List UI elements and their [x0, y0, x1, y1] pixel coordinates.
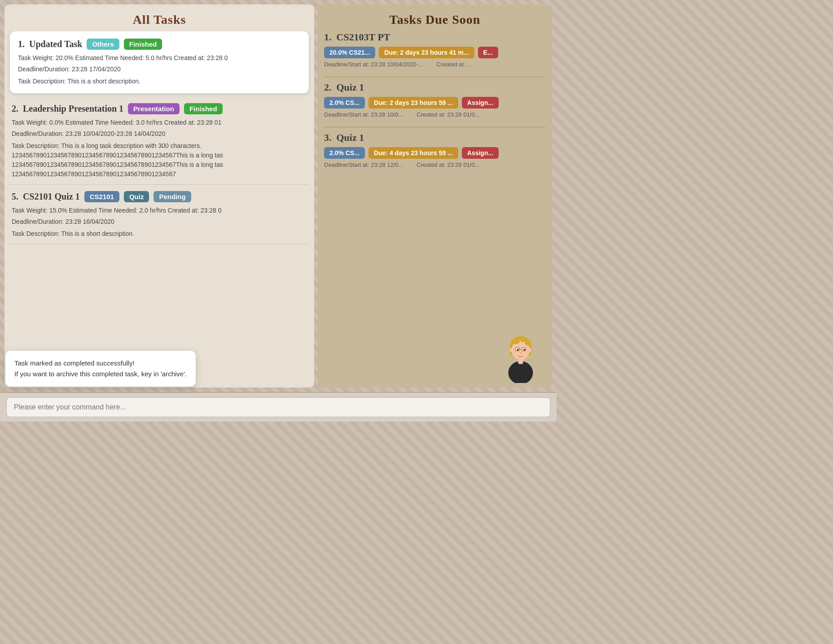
task-meta-3b: Deadline/Duration: 23:28 16/04/2020	[12, 217, 307, 226]
task-meta-2a: Task Weight: 0.0% Estimated Time Needed:…	[12, 118, 307, 127]
task-card-3[interactable]: 5. CS2101 Quiz 1 CS2101 Quiz Pending Tas…	[10, 187, 309, 244]
due-footer-right-1: Created at: ...	[436, 61, 472, 68]
task-desc-2: Task Description: This is a long task de…	[12, 141, 307, 179]
due-task-footer-2: Deadline/Start at: 23:28 10/0... Created…	[324, 111, 546, 118]
tag-cs2101: CS2101	[84, 191, 119, 202]
due-footer-right-2: Created at: 23:28 01/0...	[416, 111, 479, 118]
task-header-2: 2. Leadership Presentation 1 Presentatio…	[12, 103, 307, 114]
tag-presentation: Presentation	[128, 103, 180, 114]
due-footer-left-1: Deadline/Start at: 23:28 10/04/2020-...	[324, 61, 423, 68]
due-task-2[interactable]: 2. Quiz 1 2.0% CS... Due: 2 days 23 hour…	[324, 82, 546, 118]
tag-finished-2: Finished	[184, 103, 223, 114]
task-number-3: 5. CS2101 Quiz 1	[12, 191, 80, 202]
due-footer-left-3: Deadline/Start at: 23:28 12/0...	[324, 161, 403, 168]
task-meta-1b: Deadline/Duration: 23:28 17/04/2020	[18, 65, 301, 74]
due-footer-right-3: Created at: 23:28 01/0...	[416, 161, 479, 168]
bottom-bar	[0, 392, 557, 422]
avatar-container	[494, 329, 548, 383]
svg-point-16	[512, 338, 520, 344]
all-tasks-title: All Tasks	[4, 4, 314, 31]
svg-point-12	[509, 361, 533, 383]
due-tag-due-2: Due: 2 days 23 hours 59 ...	[368, 97, 458, 109]
due-footer-left-2: Deadline/Start at: 23:28 10/0...	[324, 111, 403, 118]
toast-line2: If you want to archive this completed ta…	[14, 369, 187, 379]
tag-finished-1: Finished	[124, 39, 162, 50]
left-panel: All Tasks 1. Updated Task Others Finishe…	[4, 4, 314, 387]
due-task-tags-3: 2.0% CS... Due: 4 days 23 hours 59 ... A…	[324, 147, 546, 159]
task-card-1[interactable]: 1. Updated Task Others Finished Task Wei…	[10, 31, 309, 93]
due-task-title-1: 1. CS2103T PT	[324, 31, 546, 43]
svg-point-6	[517, 348, 519, 351]
due-tag-cs-2: 2.0% CS...	[324, 97, 365, 109]
toast-line1: Task marked as completed successfully!	[14, 358, 187, 369]
tag-others: Others	[87, 39, 119, 50]
due-task-footer-1: Deadline/Start at: 23:28 10/04/2020-... …	[324, 61, 546, 68]
due-task-1[interactable]: 1. CS2103T PT 20.0% CS21... Due: 2 days …	[324, 31, 546, 68]
task-desc-1: Task Description: This is a short descri…	[18, 77, 301, 86]
svg-point-15	[528, 348, 531, 352]
due-tag-assign-2: Assign...	[462, 97, 499, 109]
svg-point-11	[520, 352, 522, 354]
avatar-area	[318, 329, 552, 383]
tag-pending: Pending	[153, 191, 191, 202]
due-task-tags-2: 2.0% CS... Due: 2 days 23 hours 59 ... A…	[324, 97, 546, 109]
due-tasks-list: 1. CS2103T PT 20.0% CS21... Due: 2 days …	[318, 31, 552, 329]
due-tag-cs-1: 20.0% CS21...	[324, 47, 375, 58]
due-task-title-3: 3. Quiz 1	[324, 132, 546, 144]
task-meta-2b: Deadline/Duration: 23:28 10/04/2020-23:2…	[12, 129, 307, 139]
svg-rect-13	[518, 358, 523, 364]
toast-notification: Task marked as completed successfully! I…	[5, 351, 196, 387]
task-card-2[interactable]: 2. Leadership Presentation 1 Presentatio…	[10, 100, 309, 185]
due-task-footer-3: Deadline/Start at: 23:28 12/0... Created…	[324, 161, 546, 168]
due-divider-2	[324, 127, 546, 127]
task-number-2: 2. Leadership Presentation 1	[12, 104, 123, 114]
task-meta-3a: Task Weight: 15.0% Estimated Time Needed…	[12, 206, 307, 215]
avatar-icon	[498, 334, 543, 383]
tasks-list: 1. Updated Task Others Finished Task Wei…	[4, 31, 314, 387]
svg-point-14	[510, 348, 513, 352]
due-task-3[interactable]: 3. Quiz 1 2.0% CS... Due: 4 days 23 hour…	[324, 132, 546, 168]
command-input[interactable]	[6, 397, 550, 417]
due-tag-assign-3: Assign...	[462, 147, 499, 159]
task-desc-3: Task Description: This is a short descri…	[12, 229, 307, 239]
due-task-title-2: 2. Quiz 1	[324, 82, 546, 93]
tag-quiz: Quiz	[124, 191, 149, 202]
due-tag-due-1: Due: 2 days 23 hours 41 m...	[379, 47, 474, 58]
task-number-1: 1. Updated Task	[18, 39, 82, 49]
due-tag-due-3: Due: 4 days 23 hours 59 ...	[368, 147, 458, 159]
main-container: All Tasks 1. Updated Task Others Finishe…	[0, 0, 557, 392]
task-header-3: 5. CS2101 Quiz 1 CS2101 Quiz Pending	[12, 191, 307, 202]
due-task-tags-1: 20.0% CS21... Due: 2 days 23 hours 41 m.…	[324, 47, 546, 58]
task-meta-1a: Task Weight: 20.0% Estimated Time Needed…	[18, 53, 301, 63]
task-header-1: 1. Updated Task Others Finished	[18, 39, 301, 50]
due-divider-1	[324, 77, 546, 77]
svg-point-18	[525, 340, 531, 346]
right-panel: Tasks Due Soon 1. CS2103T PT 20.0% CS21.…	[318, 4, 552, 387]
svg-point-7	[523, 348, 526, 351]
due-tasks-title: Tasks Due Soon	[318, 4, 552, 31]
due-tag-cs-3: 2.0% CS...	[324, 147, 365, 159]
due-tag-e-1: E...	[478, 47, 498, 58]
